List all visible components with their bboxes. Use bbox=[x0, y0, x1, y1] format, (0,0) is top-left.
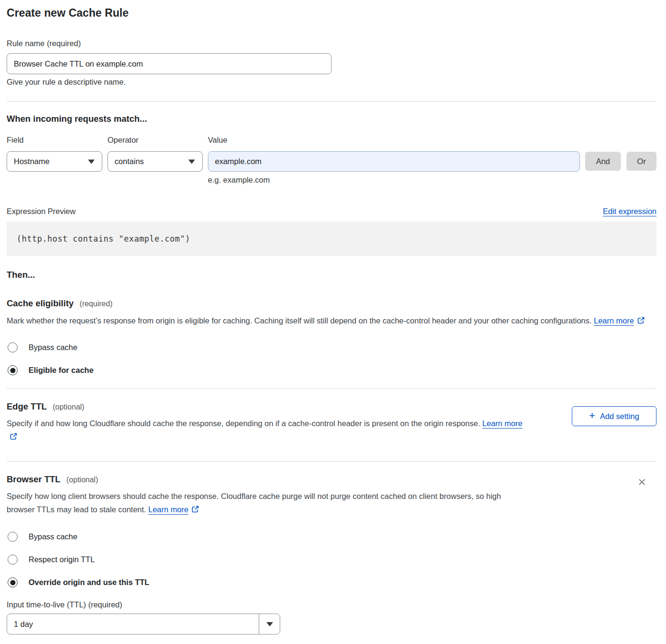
add-setting-button[interactable]: + Add setting bbox=[572, 406, 656, 426]
radio-button-icon[interactable] bbox=[8, 555, 18, 565]
browser-ttl-description: Specify how long client browsers should … bbox=[7, 489, 528, 517]
edit-expression-link[interactable]: Edit expression bbox=[603, 207, 656, 216]
ttl-select-value: 1 day bbox=[14, 620, 33, 629]
chevron-down-icon bbox=[188, 159, 195, 164]
divider bbox=[7, 461, 656, 462]
field-select[interactable]: Hostname bbox=[7, 151, 102, 172]
cache-eligibility-badge: (required) bbox=[79, 300, 112, 308]
page-title: Create new Cache Rule bbox=[7, 6, 656, 20]
external-link-icon bbox=[637, 315, 645, 328]
external-link-icon bbox=[10, 431, 18, 444]
field-select-value: Hostname bbox=[14, 157, 49, 166]
plus-icon: + bbox=[589, 410, 595, 421]
radio-eligible-for-cache[interactable]: Eligible for cache bbox=[7, 365, 656, 375]
ttl-input-label: Input time-to-live (TTL) (required) bbox=[7, 600, 656, 609]
operator-select-value: contains bbox=[115, 157, 144, 166]
expression-code-block: (http.host contains "example.com") bbox=[7, 222, 656, 256]
rule-name-label: Rule name (required) bbox=[7, 39, 656, 48]
value-column-label: Value bbox=[208, 136, 227, 145]
browser-ttl-learn-more-link[interactable]: Learn more bbox=[148, 505, 188, 514]
operator-select[interactable]: contains bbox=[108, 151, 203, 172]
expression-preview-label: Expression Preview bbox=[7, 207, 76, 216]
browser-ttl-badge: (optional) bbox=[67, 476, 98, 484]
browser-ttl-title: Browser TTL bbox=[7, 474, 60, 484]
edge-ttl-title: Edge TTL bbox=[7, 401, 47, 411]
value-helper: e.g. example.com bbox=[208, 176, 656, 185]
value-input[interactable] bbox=[208, 151, 580, 172]
rule-name-input[interactable] bbox=[7, 53, 332, 74]
radio-respect-origin-ttl[interactable]: Respect origin TTL bbox=[7, 555, 656, 565]
expression-code: (http.host contains "example.com") bbox=[17, 234, 190, 244]
field-column-label: Field bbox=[7, 136, 108, 145]
chevron-down-icon bbox=[88, 159, 95, 164]
cache-eligibility-learn-more-link[interactable]: Learn more bbox=[594, 316, 634, 325]
radio-browser-bypass-cache[interactable]: Bypass cache bbox=[7, 532, 656, 542]
then-heading: Then... bbox=[7, 270, 656, 280]
radio-button-icon[interactable] bbox=[8, 532, 18, 542]
cache-eligibility-description: Mark whether the request’s response from… bbox=[7, 314, 650, 328]
or-button[interactable]: Or bbox=[627, 152, 656, 171]
edge-ttl-badge: (optional) bbox=[53, 403, 85, 411]
create-cache-rule-form: Create new Cache Rule Rule name (require… bbox=[0, 0, 666, 634]
radio-button-selected-icon[interactable] bbox=[8, 577, 18, 587]
divider bbox=[7, 101, 656, 102]
radio-button-icon[interactable] bbox=[8, 342, 18, 352]
match-section-heading: When incoming requests match... bbox=[7, 114, 656, 124]
radio-button-selected-icon[interactable] bbox=[8, 365, 18, 375]
external-link-icon bbox=[191, 504, 199, 517]
cache-eligibility-title: Cache eligibility bbox=[7, 298, 74, 308]
divider bbox=[7, 388, 656, 389]
edge-ttl-description: Specify if and how long Cloudflare shoul… bbox=[7, 417, 532, 444]
rule-name-helper: Give your rule a descriptive name. bbox=[7, 78, 656, 87]
and-button[interactable]: And bbox=[585, 152, 621, 171]
ttl-select[interactable]: 1 day bbox=[7, 614, 280, 634]
operator-column-label: Operator bbox=[108, 136, 208, 145]
edge-ttl-learn-more-link[interactable]: Learn more bbox=[482, 419, 522, 428]
chevron-down-icon[interactable] bbox=[259, 614, 280, 634]
radio-bypass-cache[interactable]: Bypass cache bbox=[7, 342, 656, 352]
close-icon[interactable] bbox=[637, 478, 646, 487]
radio-override-origin-ttl[interactable]: Override origin and use this TTL bbox=[7, 577, 656, 587]
